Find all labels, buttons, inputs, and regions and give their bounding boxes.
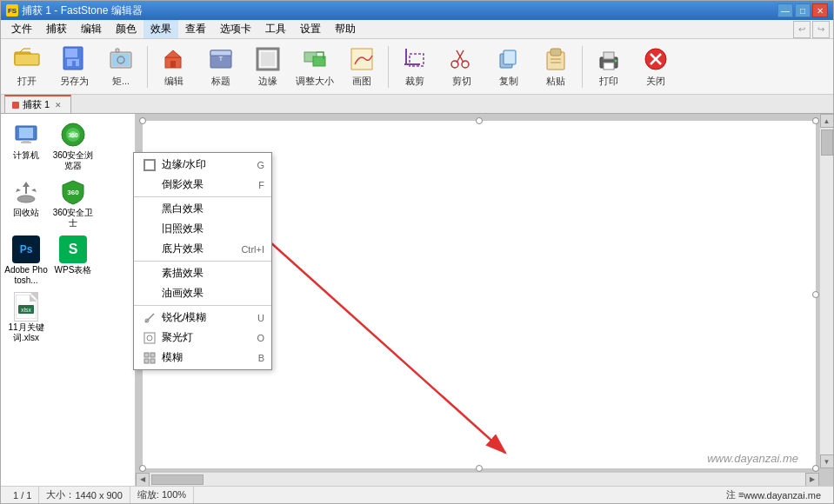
main-area: 计算机 360 360安全浏览器 回收站 bbox=[1, 114, 833, 486]
desktop-icon-computer[interactable]: 计算机 bbox=[4, 121, 48, 171]
page-section: 1 / 1 bbox=[6, 487, 39, 503]
open-label: 打开 bbox=[17, 75, 37, 88]
menu-separator-2 bbox=[134, 261, 271, 262]
svg-text:xlsx: xlsx bbox=[21, 307, 32, 313]
menu-item-negative[interactable]: 底片效果 Ctrl+I bbox=[134, 239, 271, 259]
svg-rect-9 bbox=[116, 49, 119, 52]
menu-item-blur[interactable]: 模糊 B bbox=[134, 348, 271, 368]
edit-label: 编辑 bbox=[164, 75, 183, 88]
website-url: www.dayanzai.me bbox=[744, 490, 821, 501]
menu-item-oilpaint[interactable]: 油画效果 bbox=[134, 283, 271, 303]
svg-rect-12 bbox=[170, 61, 176, 68]
menu-item-reflection[interactable]: 倒影效果 F bbox=[134, 175, 271, 195]
menu-bar: 文件 捕获 编辑 颜色 效果 查看 选项卡 工具 设置 帮助 ↩ ↪ bbox=[1, 20, 833, 39]
undo-redo-area: ↩ ↪ bbox=[793, 21, 830, 38]
svg-rect-61 bbox=[150, 353, 155, 357]
toolbar-open[interactable]: 打开 bbox=[4, 42, 50, 92]
crop-label: 裁剪 bbox=[405, 75, 424, 88]
menu-item-spotlight[interactable]: 聚光灯 O bbox=[134, 328, 271, 348]
desktop-icon-360[interactable]: 360 360安全卫士 bbox=[51, 178, 95, 229]
menu-tabs[interactable]: 选项卡 bbox=[213, 20, 258, 38]
canvas-icon bbox=[348, 45, 376, 73]
menu-item-sepia[interactable]: 旧照效果 bbox=[134, 219, 271, 239]
scrollbar-vertical[interactable]: ▲ ▼ bbox=[819, 114, 833, 468]
toolbar-border[interactable]: 边缘 bbox=[245, 42, 290, 92]
tab-capture1[interactable]: 捕获 1 ✕ bbox=[4, 95, 71, 113]
menu-file[interactable]: 文件 bbox=[4, 20, 39, 38]
toolbar-print[interactable]: 打印 bbox=[586, 42, 631, 92]
paste-label: 粘贴 bbox=[546, 75, 565, 88]
corner-marker-bm bbox=[476, 465, 483, 472]
scroll-left-button[interactable]: ◀ bbox=[136, 473, 150, 487]
close-button[interactable]: ✕ bbox=[812, 3, 828, 17]
corner-marker-br bbox=[812, 465, 819, 472]
menu-capture[interactable]: 捕获 bbox=[39, 20, 74, 38]
menu-view[interactable]: 查看 bbox=[178, 20, 213, 38]
scroll-right-button[interactable]: ▶ bbox=[805, 473, 819, 487]
svg-rect-58 bbox=[144, 333, 155, 343]
svg-rect-1 bbox=[15, 54, 39, 65]
menu-item-border-watermark[interactable]: 边缘/水印 G bbox=[134, 155, 271, 175]
menu-edit[interactable]: 编辑 bbox=[74, 20, 109, 38]
desktop-icon-excel[interactable]: xlsx 11月关键词.xlsx bbox=[4, 293, 48, 343]
toolbar-edit[interactable]: 编辑 bbox=[151, 42, 197, 92]
menu-tools[interactable]: 工具 bbox=[258, 20, 293, 38]
svg-point-49 bbox=[17, 196, 35, 202]
toolbar-title[interactable]: T 标题 bbox=[198, 42, 244, 92]
menu-settings[interactable]: 设置 bbox=[293, 20, 328, 38]
sharpen-label: 锐化/模糊 bbox=[162, 310, 206, 325]
reflection-label: 倒影效果 bbox=[162, 177, 203, 192]
copy-label: 复制 bbox=[499, 75, 518, 88]
window-controls: — □ ✕ bbox=[777, 3, 828, 17]
menu-help[interactable]: 帮助 bbox=[328, 20, 363, 38]
toolbar-sep1 bbox=[147, 46, 148, 88]
window-title: 捕获 1 - FastStone 编辑器 bbox=[22, 3, 777, 18]
menu-effects[interactable]: 效果 bbox=[143, 20, 178, 38]
toolbar-paste[interactable]: 粘贴 bbox=[533, 42, 578, 92]
scroll-up-button[interactable]: ▲ bbox=[820, 114, 834, 128]
scroll-down-button[interactable]: ▼ bbox=[820, 454, 834, 468]
desktop-icon-wps[interactable]: S WPS表格 bbox=[51, 235, 95, 286]
svg-rect-63 bbox=[150, 359, 155, 363]
toolbar-canvas[interactable]: 画图 bbox=[339, 42, 384, 92]
tab-close-icon[interactable]: ✕ bbox=[53, 100, 63, 110]
desktop-icon-ps[interactable]: Ps Adobe Photosh... bbox=[4, 235, 48, 286]
menu-item-sharpen[interactable]: 锐化/模糊 U bbox=[134, 308, 271, 328]
toolbar-crop[interactable]: 裁剪 bbox=[392, 42, 437, 92]
effects-dropdown: 边缘/水印 G 倒影效果 F 黑白效果 旧照效果 底片效果 Ctrl+I bbox=[133, 152, 272, 370]
desktop-icon-browser[interactable]: 360 360安全浏览器 bbox=[51, 121, 95, 171]
menu-color[interactable]: 颜色 bbox=[109, 20, 143, 38]
menu-item-sketch[interactable]: 素描效果 bbox=[134, 263, 271, 283]
menu-item-bw[interactable]: 黑白效果 bbox=[134, 199, 271, 219]
capture-label: 矩... bbox=[112, 75, 130, 88]
bw-icon bbox=[143, 202, 157, 216]
scroll-thumb-h[interactable] bbox=[151, 474, 203, 485]
svg-point-59 bbox=[147, 335, 152, 341]
toolbar-cut[interactable]: 剪切 bbox=[439, 42, 484, 92]
bw-label: 黑白效果 bbox=[162, 202, 203, 216]
title-label: 标题 bbox=[211, 75, 230, 88]
redo-button[interactable]: ↪ bbox=[812, 21, 830, 38]
close2-icon bbox=[642, 45, 670, 73]
shield-360-label: 360安全卫士 bbox=[51, 208, 95, 229]
svg-rect-29 bbox=[504, 50, 516, 64]
undo-button[interactable]: ↩ bbox=[793, 21, 811, 38]
svg-point-37 bbox=[615, 60, 617, 63]
toolbar-capture[interactable]: 矩... bbox=[98, 42, 143, 92]
scroll-thumb-v[interactable] bbox=[821, 129, 833, 156]
wps-icon: S bbox=[59, 235, 87, 263]
oilpaint-label: 油画效果 bbox=[162, 286, 203, 301]
border-watermark-shortcut: G bbox=[257, 160, 264, 170]
desktop-icon-recycle[interactable]: 回收站 bbox=[4, 178, 48, 229]
toolbar-resize[interactable]: 调整大小 bbox=[292, 42, 337, 92]
toolbar-saveas[interactable]: 另存为 bbox=[51, 42, 97, 92]
minimize-button[interactable]: — bbox=[777, 3, 793, 17]
saveas-label: 另存为 bbox=[60, 75, 89, 88]
watermark-text: www.dayanzai.me bbox=[707, 452, 798, 465]
scroll-track-v bbox=[819, 128, 834, 454]
toolbar-copy[interactable]: 复制 bbox=[486, 42, 531, 92]
ps-label: Adobe Photosh... bbox=[4, 265, 48, 286]
maximize-button[interactable]: □ bbox=[795, 3, 811, 17]
toolbar-close[interactable]: 关闭 bbox=[633, 42, 678, 92]
scrollbar-horizontal[interactable]: ◀ ▶ bbox=[136, 472, 819, 486]
